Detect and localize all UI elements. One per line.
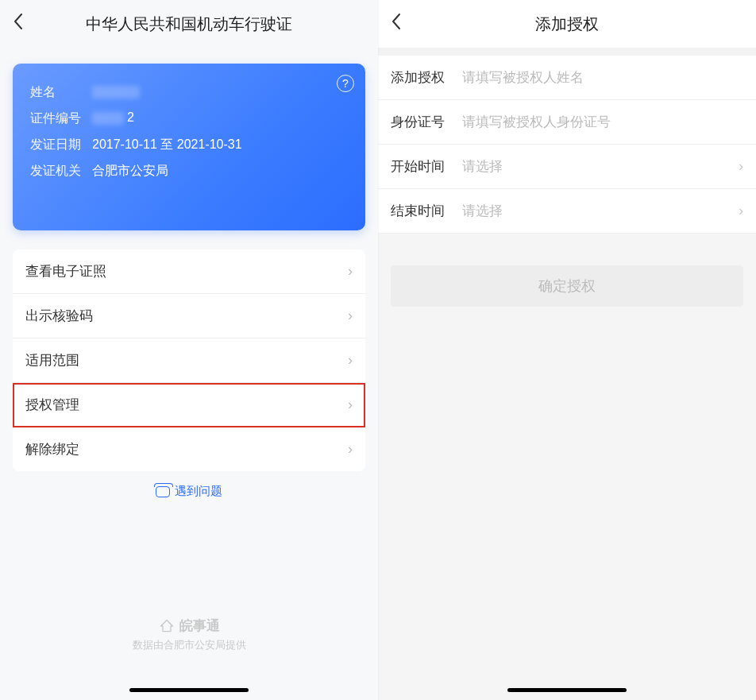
- footer-brand: 皖事通 数据由合肥市公安局提供: [0, 617, 378, 652]
- chevron-right-icon: ›: [348, 441, 353, 458]
- id-number-label: 身份证号: [391, 113, 462, 131]
- id-value-suffix: 2: [127, 110, 134, 124]
- menu-item-verify-code[interactable]: 出示核验码 ›: [13, 294, 365, 338]
- page-title: 中华人民共和国机动车行驶证: [13, 14, 365, 35]
- chevron-right-icon: ›: [348, 263, 353, 280]
- footer-source: 数据由合肥市公安局提供: [0, 638, 378, 652]
- home-indicator[interactable]: [129, 688, 249, 692]
- brand-row: 皖事通: [0, 617, 378, 635]
- card-row-id: 证件编号 2: [30, 110, 348, 127]
- right-screen: 添加授权 添加授权 请填写被授权人姓名 身份证号 请填写被授权人身份证号 开始时…: [378, 0, 756, 700]
- home-indicator[interactable]: [507, 688, 627, 692]
- menu-item-label: 查看电子证照: [25, 262, 106, 280]
- start-time-select[interactable]: 请选择: [462, 157, 739, 176]
- problem-link-label: 遇到问题: [175, 484, 222, 499]
- license-card: ? 姓名 证件编号 2 发证日期 2017-10-11 至 2021-10-31…: [13, 64, 365, 230]
- brand-logo-icon: [159, 618, 175, 634]
- menu-list: 查看电子证照 › 出示核验码 › 适用范围 › 授权管理 › 解除绑定 ›: [13, 249, 365, 471]
- redacted-name: [92, 86, 140, 99]
- separator: [378, 48, 756, 56]
- redacted-id: [92, 112, 124, 125]
- issue-date-value: 2017-10-11 至 2021-10-31: [92, 137, 348, 153]
- form-row-end-time[interactable]: 结束时间 请选择 ›: [378, 189, 756, 234]
- issuer-value: 合肥市公安局: [92, 163, 348, 180]
- id-value: 2: [92, 110, 348, 127]
- chevron-right-icon: ›: [739, 158, 743, 175]
- start-time-label: 开始时间: [391, 157, 462, 176]
- chevron-right-icon: ›: [348, 396, 353, 413]
- name-value: [92, 84, 348, 101]
- menu-item-label: 解除绑定: [25, 440, 79, 458]
- name-label: 姓名: [30, 84, 92, 101]
- menu-item-label: 出示核验码: [25, 307, 93, 325]
- menu-item-label: 授权管理: [25, 396, 79, 414]
- help-icon[interactable]: ?: [337, 75, 354, 92]
- menu-item-label: 适用范围: [25, 351, 79, 369]
- card-row-issue-date: 发证日期 2017-10-11 至 2021-10-31: [30, 137, 348, 153]
- divider-shadow: [378, 0, 380, 700]
- card-row-issuer: 发证机关 合肥市公安局: [30, 163, 348, 180]
- brand-name: 皖事通: [179, 617, 220, 635]
- form-row-start-time[interactable]: 开始时间 请选择 ›: [378, 145, 756, 189]
- menu-item-unbind[interactable]: 解除绑定 ›: [13, 427, 365, 471]
- end-time-select[interactable]: 请选择: [462, 202, 739, 220]
- issue-date-label: 发证日期: [30, 137, 92, 153]
- chevron-right-icon: ›: [348, 307, 353, 324]
- id-label: 证件编号: [30, 110, 92, 127]
- chevron-right-icon: ›: [739, 203, 743, 219]
- problem-link[interactable]: 遇到问题: [0, 471, 378, 512]
- robot-icon: [156, 486, 170, 497]
- id-number-input[interactable]: 请填写被授权人身份证号: [462, 113, 743, 131]
- confirm-area: 确定授权: [378, 234, 756, 338]
- page-title: 添加授权: [391, 14, 743, 35]
- form-row-auth-name[interactable]: 添加授权 请填写被授权人姓名: [378, 56, 756, 100]
- menu-item-view-license[interactable]: 查看电子证照 ›: [13, 249, 365, 294]
- card-row-name: 姓名: [30, 84, 348, 101]
- nav-bar: 添加授权: [378, 0, 756, 48]
- auth-form: 添加授权 请填写被授权人姓名 身份证号 请填写被授权人身份证号 开始时间 请选择…: [378, 56, 756, 234]
- confirm-auth-button[interactable]: 确定授权: [391, 265, 743, 307]
- end-time-label: 结束时间: [391, 202, 462, 220]
- left-screen: 中华人民共和国机动车行驶证 ? 姓名 证件编号 2 发证日期 2017-10-1…: [0, 0, 378, 700]
- chevron-right-icon: ›: [348, 352, 353, 369]
- card-area: ? 姓名 证件编号 2 发证日期 2017-10-11 至 2021-10-31…: [0, 48, 378, 230]
- auth-name-input[interactable]: 请填写被授权人姓名: [462, 68, 743, 87]
- menu-item-auth-manage[interactable]: 授权管理 ›: [13, 383, 365, 427]
- menu-item-scope[interactable]: 适用范围 ›: [13, 338, 365, 383]
- nav-bar: 中华人民共和国机动车行驶证: [0, 0, 378, 48]
- form-row-id-number[interactable]: 身份证号 请填写被授权人身份证号: [378, 100, 756, 145]
- issuer-label: 发证机关: [30, 163, 92, 180]
- auth-name-label: 添加授权: [391, 68, 462, 87]
